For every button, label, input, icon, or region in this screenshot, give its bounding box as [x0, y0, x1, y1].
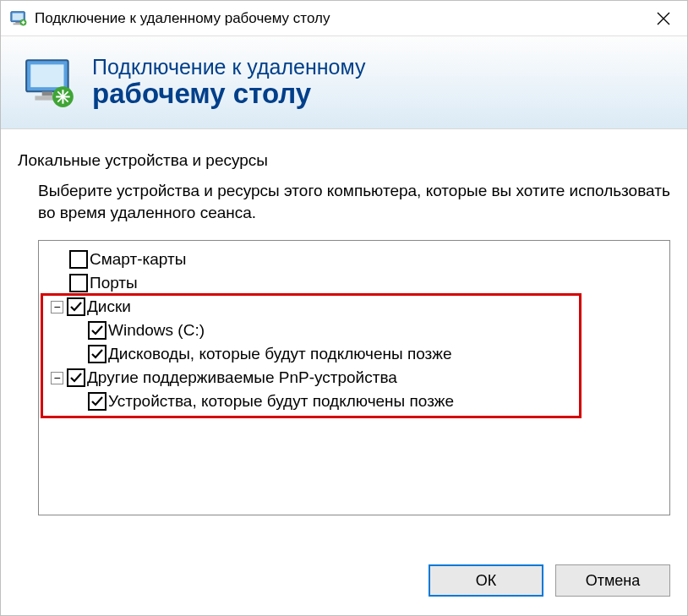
checkbox-drives-later[interactable] [88, 345, 106, 363]
content-area: Локальные устройства и ресурсы Выберите … [1, 129, 687, 546]
tree-item-drives-later[interactable]: Дисководы, которые будут подключены позж… [44, 342, 664, 366]
section-title: Локальные устройства и ресурсы [18, 151, 670, 170]
close-button[interactable] [640, 1, 687, 35]
rdc-dialog: Подключение к удаленному рабочему столу … [0, 0, 688, 616]
checkbox-ports[interactable] [69, 274, 88, 292]
tree-label: Смарт-карты [90, 250, 186, 269]
checkbox-smartcards[interactable] [69, 250, 88, 269]
tree-label: Windows (C:) [108, 321, 205, 340]
checkbox-drives[interactable] [67, 297, 85, 316]
tree-item-pnp-later[interactable]: Устройства, которые будут подключены поз… [44, 390, 664, 413]
tree-label: Дисководы, которые будут подключены позж… [108, 345, 452, 363]
rdc-banner-icon [23, 55, 79, 111]
checkbox-drive-c[interactable] [88, 321, 106, 340]
banner: Подключение к удаленному рабочему столу [1, 36, 687, 129]
tree-label: Другие поддерживаемые PnP-устройства [87, 368, 397, 387]
collapse-icon[interactable]: − [51, 372, 63, 384]
banner-text: Подключение к удаленному рабочему столу [92, 55, 366, 110]
tree-item-drive-c[interactable]: Windows (C:) [44, 319, 664, 342]
section-description: Выберите устройства и ресурсы этого комп… [38, 180, 670, 223]
collapse-icon[interactable]: − [51, 301, 63, 313]
checkbox-pnp[interactable] [67, 368, 85, 387]
tree-item-ports[interactable]: Порты [44, 271, 664, 295]
tree-label: Диски [87, 297, 131, 316]
tree-item-smartcards[interactable]: Смарт-карты [44, 248, 664, 271]
svg-rect-2 [15, 21, 19, 23]
button-label: ОК [476, 572, 497, 590]
svg-rect-6 [30, 64, 63, 87]
tree-item-drives[interactable]: − Диски [44, 295, 664, 319]
ok-button[interactable]: ОК [429, 564, 543, 597]
rdc-app-icon [9, 9, 28, 28]
button-row: ОК Отмена [1, 546, 687, 615]
titlebar: Подключение к удаленному рабочему столу [1, 1, 687, 36]
checkbox-pnp-later[interactable] [88, 392, 106, 411]
close-icon [657, 12, 670, 25]
svg-rect-7 [42, 91, 52, 95]
banner-line2: рабочему столу [92, 78, 366, 110]
svg-rect-1 [13, 13, 24, 19]
tree-label: Устройства, которые будут подключены поз… [108, 392, 454, 411]
button-label: Отмена [586, 572, 641, 590]
titlebar-title: Подключение к удаленному рабочему столу [35, 10, 640, 27]
tree-label: Порты [90, 274, 138, 292]
banner-line1: Подключение к удаленному [92, 55, 366, 79]
cancel-button[interactable]: Отмена [555, 564, 670, 597]
tree-item-pnp[interactable]: − Другие поддерживаемые PnP-устройства [44, 366, 664, 390]
device-tree[interactable]: Смарт-карты Порты − Диски Windows (C:) [38, 240, 670, 515]
